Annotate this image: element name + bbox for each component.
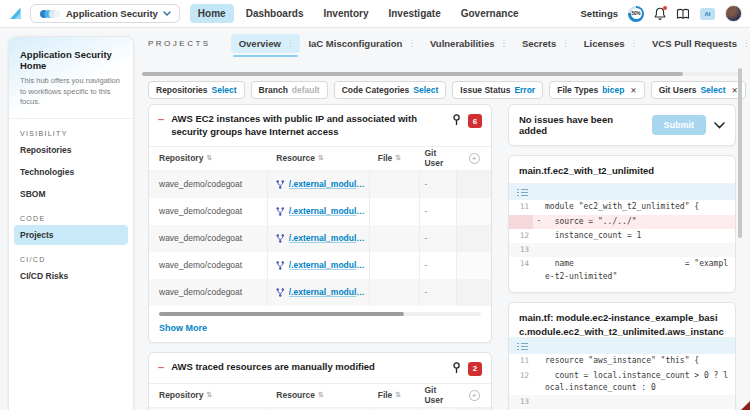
nav-item-investigate[interactable]: Investigate	[380, 4, 448, 23]
sidebar-item-projects[interactable]: Projects	[14, 225, 128, 245]
chevron-down-icon[interactable]	[714, 122, 725, 129]
sort-icon[interactable]: ⇅	[395, 154, 401, 162]
resource-link[interactable]: /.external_modules/gi...	[289, 287, 369, 297]
filter-repositories[interactable]: Repositories Select	[148, 81, 245, 99]
table-row[interactable]: wave_demo/codegoat /.external_modules/gi…	[149, 225, 491, 252]
sidebar-title: Application Security Home	[20, 49, 122, 71]
incident-card-ec2-public-ip: – AWS EC2 instances with public IP and a…	[148, 104, 492, 343]
projects-tab-bar: PROJECTS Overview ⋮ IaC Misconfiguration…	[142, 30, 750, 56]
tab-menu-dots-icon[interactable]: ⋮	[286, 38, 295, 48]
resource-link[interactable]: /.external_modules/gi...	[289, 179, 369, 189]
module-fork-icon	[276, 179, 285, 190]
tabs-scrollbar-track	[142, 72, 742, 76]
line-numbers-icon	[517, 342, 528, 351]
column-header-git-user[interactable]: Git User	[420, 148, 457, 168]
tab-menu-dots-icon[interactable]: ⋮	[407, 38, 416, 48]
filter-issue-status[interactable]: Issue Status Error	[452, 81, 543, 99]
user-avatar[interactable]	[725, 5, 742, 22]
trace-pin-icon[interactable]	[452, 114, 461, 126]
table-row[interactable]: wave_demo/codegoat /.external_modules/gi…	[149, 279, 491, 306]
column-header-repository[interactable]: Repository⇅	[149, 153, 268, 163]
error-count-badge: 2	[468, 362, 482, 376]
prisma-cloud-logo-icon	[8, 6, 23, 21]
sort-icon[interactable]: ⇅	[206, 391, 212, 399]
add-column-button[interactable]: +	[457, 390, 491, 401]
submit-button[interactable]: Submit	[652, 115, 707, 135]
app-module-selector[interactable]: Application Security	[30, 4, 180, 23]
column-header-file[interactable]: File⇅	[370, 390, 421, 400]
tab-secrets[interactable]: Secrets ⋮	[514, 34, 576, 53]
documentation-book-icon[interactable]	[676, 8, 690, 20]
sort-icon[interactable]: ⇅	[395, 391, 401, 399]
tab-overview[interactable]: Overview ⋮	[231, 34, 301, 53]
tab-menu-dots-icon[interactable]: ⋮	[742, 38, 750, 48]
column-header-file[interactable]: File⇅	[370, 153, 421, 163]
tab-menu-dots-icon[interactable]: ⋮	[499, 38, 508, 48]
collapse-icon[interactable]: –	[158, 113, 164, 126]
sort-icon[interactable]: ⇅	[206, 154, 212, 162]
trace-pin-icon[interactable]	[452, 362, 461, 374]
incident-title: AWS traced resources are manually modifi…	[171, 361, 445, 374]
tabs-horizontal-scrollbar[interactable]	[142, 72, 683, 76]
nav-item-inventory[interactable]: Inventory	[315, 4, 376, 23]
code-card-title: main.tf.ec2_with_t2_unlimited	[509, 156, 735, 183]
filter-file-types[interactable]: File Types bicep ✕	[549, 81, 644, 99]
table-row[interactable]: wave_demo/codegoat /.external_modules/gi…	[149, 171, 491, 198]
nav-item-home[interactable]: Home	[190, 4, 234, 23]
code-line: 13	[509, 243, 735, 257]
sort-icon[interactable]: ⇅	[318, 391, 324, 399]
nav-item-dashboards[interactable]: Dashboards	[238, 4, 312, 23]
add-column-button[interactable]: +	[457, 153, 491, 164]
resource-link[interactable]: /.external_modules/gi...	[289, 233, 369, 243]
column-header-git-user[interactable]: Git User	[420, 385, 457, 405]
filter-git-users[interactable]: Git Users Select ✕	[651, 81, 746, 99]
incident-header: – AWS EC2 instances with public IP and a…	[149, 105, 491, 146]
tab-vcs-pull-requests[interactable]: VCS Pull Requests ⋮	[644, 34, 750, 53]
incident-title: AWS EC2 instances with public IP and ass…	[171, 113, 445, 139]
tab-menu-dots-icon[interactable]: ⋮	[629, 38, 638, 48]
sidebar-item-technologies[interactable]: Technologies	[14, 162, 128, 182]
filter-bar: Repositories Select Branch default Code …	[148, 80, 750, 100]
nav-item-governance[interactable]: Governance	[453, 4, 527, 23]
close-icon[interactable]: ✕	[630, 86, 636, 95]
table-header-row: Repository⇅ Resource⇅ File⇅ Git User +	[149, 147, 491, 171]
table-horizontal-scrollbar[interactable]	[159, 312, 404, 316]
close-icon[interactable]: ✕	[731, 86, 737, 95]
details-vertical-scrollbar[interactable]	[738, 68, 742, 238]
tab-vulnerabilities[interactable]: Vulnerabilities ⋮	[422, 34, 514, 53]
setup-progress-badge[interactable]: 50%	[628, 6, 644, 22]
filter-branch[interactable]: Branch default	[251, 81, 328, 99]
issues-review-card: No issues have been added Submit	[508, 104, 736, 146]
code-line: 12 instance_count = 1	[509, 229, 735, 243]
sort-icon[interactable]: ⇅	[318, 154, 324, 162]
resource-link[interactable]: /.external_modules/gi...	[289, 260, 369, 270]
table-hscrollbar-track	[159, 312, 481, 316]
notifications-bell-icon[interactable]	[654, 7, 666, 20]
incident-table: Repository⇅ Resource⇅ File⇅ Git User + w…	[149, 383, 491, 410]
filter-code-categories[interactable]: Code Categories Select	[334, 81, 447, 99]
spacer	[509, 284, 735, 292]
app-security-circles-icon	[39, 9, 61, 19]
table-row[interactable]: wave_demo/codegoat /.external_modules/gi…	[149, 252, 491, 279]
tab-iac-misconfiguration[interactable]: IaC Misconfiguration ⋮	[300, 34, 421, 53]
column-header-resource[interactable]: Resource⇅	[268, 153, 369, 163]
top-navigation-bar: Application Security Home Dashboards Inv…	[0, 0, 750, 28]
column-header-resource[interactable]: Resource⇅	[268, 390, 369, 400]
primary-nav: Home Dashboards Inventory Investigate Go…	[190, 4, 527, 23]
ai-assistant-icon[interactable]: AI	[700, 8, 715, 20]
resource-link[interactable]: /.external_modules/gi...	[289, 206, 369, 216]
code-line: 14 name = "example-t2-unlimited"	[509, 257, 735, 284]
chat-widget-corner[interactable]	[741, 401, 750, 410]
code-card-ec2-unlimited: main.tf.ec2_with_t2_unlimited 11module "…	[508, 155, 736, 293]
tab-menu-dots-icon[interactable]: ⋮	[561, 38, 570, 48]
tab-licenses[interactable]: Licenses ⋮	[576, 34, 644, 53]
sidebar-item-sbom[interactable]: SBOM	[14, 184, 128, 204]
table-row[interactable]: wave_demo/codegoat /.external_modules/gi…	[149, 198, 491, 225]
collapse-icon[interactable]: –	[158, 361, 164, 374]
show-more-link[interactable]: Show More	[149, 316, 491, 342]
sidebar-header: Application Security Home This hub offer…	[9, 37, 133, 119]
sidebar-item-cicd-risks[interactable]: CI/CD Risks	[14, 266, 128, 286]
settings-button[interactable]: Settings	[581, 8, 618, 19]
sidebar-item-repositories[interactable]: Repositories	[14, 140, 128, 160]
column-header-repository[interactable]: Repository⇅	[149, 390, 268, 400]
